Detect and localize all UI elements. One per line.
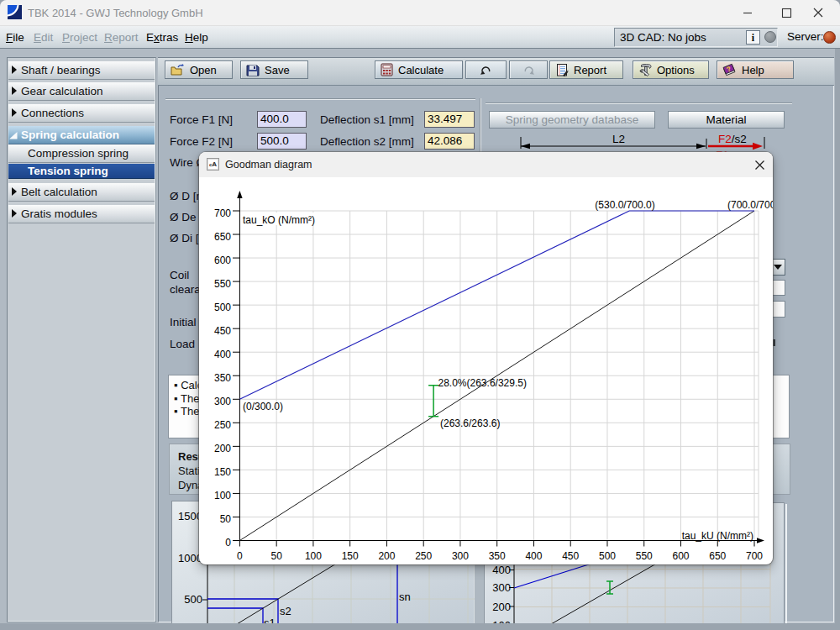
svg-text:(0/300.0): (0/300.0) [243, 401, 283, 412]
svg-text:s2: s2 [280, 605, 291, 617]
svg-text:100: 100 [305, 550, 322, 562]
svg-text:300: 300 [492, 581, 511, 594]
svg-text:500: 500 [599, 550, 616, 562]
svg-text:28.0%(263.6/329.5): 28.0%(263.6/329.5) [438, 377, 527, 389]
svg-text:350: 350 [214, 372, 231, 384]
svg-text:550: 550 [636, 550, 653, 562]
svg-text:100: 100 [214, 490, 231, 501]
svg-text:tau_kO (N/mm²): tau_kO (N/mm²) [243, 214, 315, 226]
svg-text:700: 700 [746, 550, 763, 562]
svg-text:450: 450 [214, 325, 231, 337]
svg-text:700: 700 [214, 207, 231, 219]
svg-text:200: 200 [492, 601, 511, 613]
svg-text:600: 600 [214, 255, 231, 266]
svg-text:350: 350 [489, 550, 506, 562]
svg-text:400: 400 [214, 349, 231, 360]
svg-text:650: 650 [214, 231, 231, 243]
svg-text:50: 50 [220, 513, 232, 525]
svg-text:500: 500 [184, 593, 202, 606]
svg-text:0: 0 [237, 550, 243, 562]
svg-text:400: 400 [525, 550, 542, 562]
svg-text:L2: L2 [612, 133, 625, 145]
svg-text:300: 300 [214, 396, 231, 407]
svg-text:tau_kU (N/mm²): tau_kU (N/mm²) [682, 530, 753, 542]
svg-text:600: 600 [672, 550, 689, 562]
svg-text:150: 150 [342, 550, 359, 562]
svg-text:300: 300 [452, 550, 469, 562]
svg-text:F2/s2: F2/s2 [718, 133, 747, 145]
svg-text:(530.0/700.0): (530.0/700.0) [595, 199, 654, 211]
svg-text:50: 50 [270, 550, 282, 562]
svg-text:500: 500 [214, 302, 231, 313]
svg-text:(700.0/700.0): (700.0/700.0) [727, 199, 773, 211]
svg-text:250: 250 [214, 419, 231, 431]
svg-text:150: 150 [214, 466, 231, 478]
svg-text:550: 550 [214, 278, 231, 290]
svg-text:450: 450 [562, 550, 579, 562]
svg-text:650: 650 [709, 550, 726, 562]
svg-text:(263.6/263.6): (263.6/263.6) [440, 417, 500, 429]
svg-text:200: 200 [214, 443, 231, 454]
svg-text:0: 0 [225, 537, 231, 549]
svg-text:250: 250 [415, 550, 432, 562]
svg-text:sn: sn [399, 591, 411, 603]
svg-text:400: 400 [492, 564, 511, 576]
svg-text:200: 200 [378, 550, 395, 562]
